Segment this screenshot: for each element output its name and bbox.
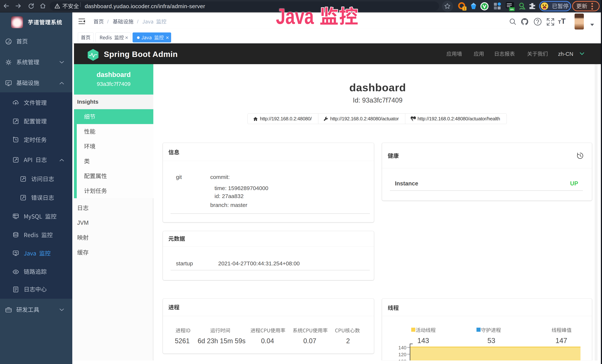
svg-text:1: 1	[463, 7, 465, 11]
svg-text:on: on	[510, 8, 514, 11]
